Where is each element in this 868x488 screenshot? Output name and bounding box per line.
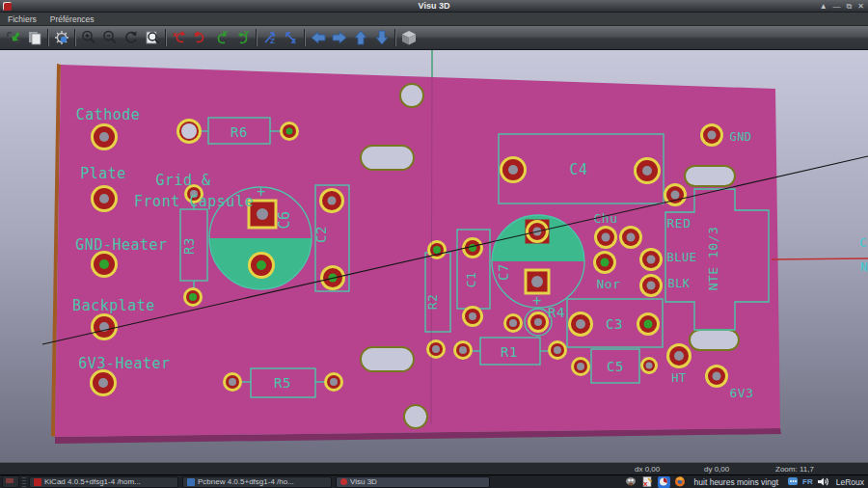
toolbar-separator: [394, 29, 396, 46]
pad-hole: [469, 312, 476, 320]
silkscreen-label: N: [860, 260, 868, 274]
rotate-x-pos-button[interactable]: x: [190, 28, 211, 48]
silkscreen-label: R1: [501, 344, 518, 360]
silkscreen-label: C4: [569, 161, 587, 178]
toolbar-separator: [256, 29, 258, 46]
silkscreen-label: 6V3: [730, 386, 754, 400]
menu-bar: Fichiers Préférences: [0, 13, 868, 26]
silkscreen-label: R6: [231, 124, 248, 140]
firefox-icon[interactable]: [674, 476, 687, 488]
pad-hole: [286, 128, 293, 135]
silkscreen-label: GND: [729, 130, 751, 144]
messenger-icon[interactable]: [786, 476, 799, 488]
window-title: Visu 3D: [0, 0, 868, 13]
pad-hole: [229, 378, 236, 386]
pad-hole: [713, 372, 721, 381]
zoom-in-button[interactable]: [78, 28, 99, 48]
application-window: Visu 3D ▲ — ⧉ ✕ Fichiers Préférences: [0, 0, 868, 488]
mounting-hole: [400, 84, 423, 107]
rotate-z-neg-button[interactable]: Z: [259, 28, 281, 48]
silkscreen-label: C7: [496, 263, 511, 281]
clock[interactable]: huit heures moins vingt: [694, 477, 778, 487]
session-user: LeRoux: [836, 477, 864, 487]
menu-fichiers[interactable]: Fichiers: [8, 14, 37, 24]
settings-button[interactable]: [51, 28, 72, 48]
editor-icon[interactable]: x: [641, 476, 654, 488]
speaker-icon[interactable]: [817, 476, 829, 488]
pad-hole: [671, 191, 680, 200]
move-down-button[interactable]: [371, 28, 393, 48]
close-button[interactable]: ✕: [857, 0, 864, 13]
rotate-x-neg-button[interactable]: x: [169, 28, 190, 48]
toolbar-separator: [304, 29, 306, 46]
axis-line: [772, 258, 868, 259]
pad-hole: [98, 378, 108, 388]
pad-hole: [509, 319, 517, 327]
move-left-button[interactable]: [308, 28, 329, 48]
title-bar: Visu 3D ▲ — ⧉ ✕: [0, 0, 868, 13]
menu-preferences[interactable]: Préférences: [50, 14, 95, 24]
status-dx: dx 0,00: [635, 465, 660, 474]
rotate-z-pos-button[interactable]: Z: [281, 28, 302, 48]
kicad-icon: [34, 478, 41, 486]
zoom-out-button[interactable]: [99, 28, 121, 48]
status-dy: dy 0,00: [704, 465, 729, 474]
pad-hole: [181, 123, 197, 139]
silkscreen-label: RED: [667, 216, 692, 230]
silkscreen-label: Backplate: [72, 297, 155, 314]
taskbar: KiCad 4.0.5+dfsg1-4 /hom... Pcbnew 4.0.5…: [0, 474, 868, 488]
rotate-y-pos-button[interactable]: Y: [232, 28, 254, 48]
taskbar-window-kicad[interactable]: KiCad 4.0.5+dfsg1-4 /hom...: [29, 476, 178, 488]
minimize-button[interactable]: —: [833, 0, 841, 13]
pad-hole: [433, 246, 441, 254]
pad-hole: [642, 166, 652, 176]
status-zoom: Zoom: 11,7: [775, 465, 814, 474]
silkscreen-label: C2: [313, 226, 329, 243]
svg-text:Z: Z: [270, 37, 275, 45]
silkscreen-label: 6V3-Heater: [78, 355, 170, 372]
keyboard-layout[interactable]: FR: [802, 477, 813, 486]
silkscreen-label: Plate: [80, 165, 126, 182]
silkscreen-label: Front Capsule: [134, 193, 254, 210]
pad-hole: [646, 363, 653, 369]
move-right-button[interactable]: [329, 28, 350, 48]
mounting-slot: [690, 330, 739, 350]
viewport-3d[interactable]: CathodePlateGND-HeaterBackplate6V3-Heate…: [0, 50, 868, 462]
silkscreen-label: R4: [548, 305, 565, 320]
toolbar-separator: [165, 29, 167, 46]
move-up-button[interactable]: [350, 28, 371, 48]
shade-button[interactable]: ▲: [820, 0, 827, 13]
pad-hole: [576, 319, 585, 329]
pad-hole: [708, 131, 717, 140]
pad-hole: [674, 351, 684, 361]
silkscreen-label: GND-Heater: [75, 236, 167, 254]
silkscreen-label: R2: [425, 294, 440, 311]
start-menu-button[interactable]: [2, 475, 19, 488]
ortho-view-button[interactable]: [398, 28, 420, 48]
silkscreen-label: Nor: [597, 277, 621, 291]
svg-text:x: x: [643, 479, 648, 487]
pad-hole: [554, 346, 561, 354]
pad-hole: [432, 345, 440, 353]
taskbar-window-visu3d[interactable]: Visu 3D: [336, 476, 490, 488]
silkscreen-label: C3: [606, 316, 623, 332]
silkscreen-label: +: [257, 183, 266, 201]
pcbnew-icon: [187, 478, 195, 486]
restore-button[interactable]: ⧉: [847, 0, 853, 13]
pad-hole: [577, 363, 584, 370]
pad-hole: [531, 276, 543, 287]
rotate-y-neg-button[interactable]: Y: [211, 28, 232, 48]
mounting-hole: [404, 405, 427, 428]
silkscreen-label: +: [532, 292, 542, 310]
zoom-fit-button[interactable]: [142, 28, 163, 48]
pcb-svg: CathodePlateGND-HeaterBackplate6V3-Heate…: [0, 50, 868, 462]
taskbar-window-pcbnew[interactable]: Pcbnew 4.0.5+dfsg1-4 /ho...: [182, 476, 332, 488]
redraw-view-button[interactable]: [121, 28, 142, 48]
visu3d-icon: [340, 478, 347, 485]
copy-image-button[interactable]: [24, 28, 45, 48]
mounting-slot: [361, 146, 414, 170]
kicad-tray-icon[interactable]: [658, 476, 670, 488]
gimp-icon[interactable]: [625, 476, 637, 488]
silkscreen-label: C: [859, 236, 867, 250]
reload-board-button[interactable]: [3, 28, 24, 48]
